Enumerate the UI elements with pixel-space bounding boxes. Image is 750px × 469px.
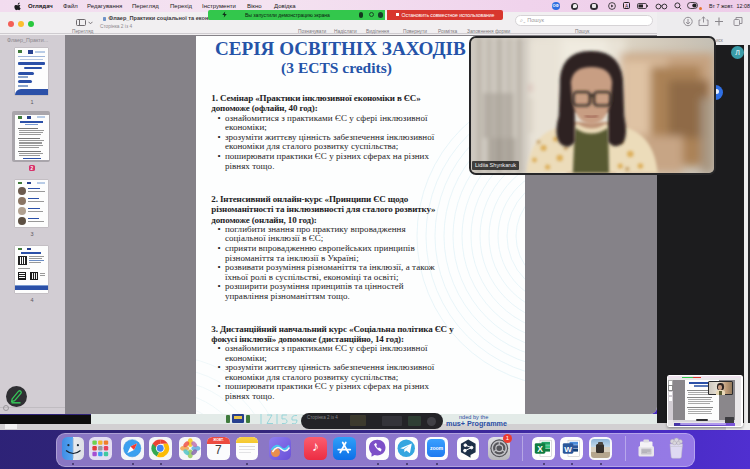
svg-text:X: X xyxy=(537,444,543,454)
svg-text:W: W xyxy=(565,445,573,454)
